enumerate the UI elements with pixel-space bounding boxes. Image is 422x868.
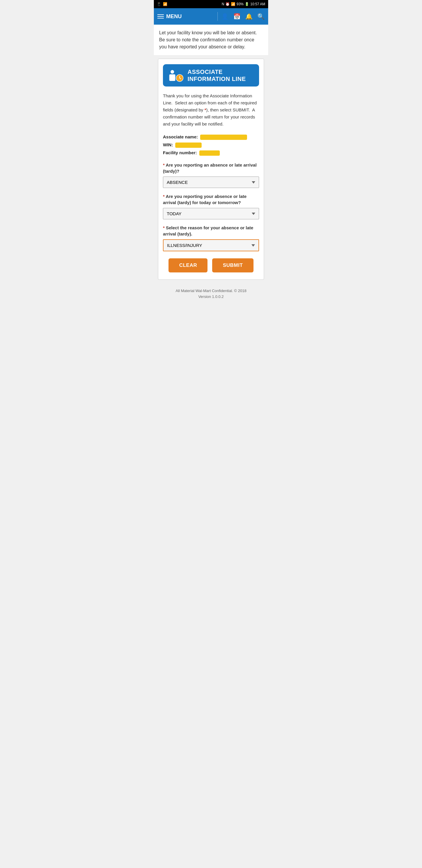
nav-icons: 👤 📅 🔔 🔍 <box>221 13 265 20</box>
associate-info: Associate name: WIN: Facility number: <box>163 133 259 157</box>
alarm-icon: ⏰ <box>225 2 230 6</box>
svg-rect-1 <box>169 74 175 81</box>
intro-text-block: Let your facility know you will be late … <box>154 25 268 55</box>
form-container: ASSOCIATE INFORMATION LINE Thank you for… <box>158 59 264 280</box>
facility-row: Facility number: <box>163 149 259 157</box>
field1-container: * Are you reporting an absence or late a… <box>163 162 259 188</box>
ail-title-line2: INFORMATION LINE <box>188 76 246 82</box>
hamburger-icon <box>157 14 164 19</box>
ail-header: ASSOCIATE INFORMATION LINE <box>163 64 259 87</box>
win-redacted <box>175 143 202 148</box>
footer: All Material Wal-Mart Confidential. © 20… <box>154 283 268 306</box>
field1-label-text: Are you reporting an absence or late arr… <box>163 162 257 174</box>
field2-container: * Are you reporting your absence or late… <box>163 193 259 219</box>
submit-button[interactable]: SUBMIT <box>212 258 253 272</box>
status-bar: 📱 📶 N ⏰ 📶 93% 🔋 10:57 AM <box>154 0 268 8</box>
battery-icon: 🔋 <box>245 2 249 6</box>
ail-title: ASSOCIATE INFORMATION LINE <box>188 68 246 83</box>
user-icon[interactable]: 👤 <box>221 13 229 20</box>
status-bar-right: N ⏰ 📶 93% 🔋 10:57 AM <box>222 2 265 6</box>
field2-label: * Are you reporting your absence or late… <box>163 193 259 206</box>
calendar-icon[interactable]: 📅 <box>233 13 240 20</box>
field2-select[interactable]: TODAY TOMORROW <box>163 208 259 219</box>
associate-name-row: Associate name: <box>163 133 259 141</box>
button-row: CLEAR SUBMIT <box>163 258 259 272</box>
field2-label-text: Are you reporting your absence or late a… <box>163 194 247 205</box>
svg-point-0 <box>170 70 174 73</box>
facility-redacted <box>199 150 220 156</box>
ail-description: Thank you for using the Associate Inform… <box>163 92 259 128</box>
field1-label: * Are you reporting an absence or late a… <box>163 162 259 174</box>
nav-divider <box>218 12 218 21</box>
field3-label: * Select the reason for your absence or … <box>163 225 259 237</box>
associate-name-label: Associate name: <box>163 134 198 139</box>
intro-paragraph: Let your facility know you will be late … <box>159 29 263 51</box>
field3-container: * Select the reason for your absence or … <box>163 225 259 251</box>
search-icon[interactable]: 🔍 <box>257 13 265 20</box>
associate-name-redacted <box>200 134 247 140</box>
menu-label: MENU <box>166 13 182 20</box>
win-row: WIN: <box>163 141 259 149</box>
app-icon: 📱 <box>157 2 161 6</box>
clear-button[interactable]: CLEAR <box>168 258 207 272</box>
menu-button[interactable]: MENU <box>157 13 214 20</box>
field1-select[interactable]: ABSENCE LATE ARRIVAL (TARDY) <box>163 177 259 188</box>
field3-required: * <box>163 225 166 230</box>
field3-select[interactable]: ILLNESS/INJURY PERSONAL BEREAVEMENT OTHE… <box>163 239 259 251</box>
clock-icon <box>176 74 184 82</box>
notification-icon: N <box>222 2 225 6</box>
ail-icon <box>168 69 184 82</box>
person-icon <box>168 70 176 81</box>
field3-label-text: Select the reason for your absence or la… <box>163 225 253 236</box>
status-bar-left: 📱 📶 <box>157 2 167 6</box>
nav-bar: MENU 👤 📅 🔔 🔍 <box>154 8 268 25</box>
footer-line1: All Material Wal-Mart Confidential. © 20… <box>157 288 265 294</box>
facility-label: Facility number: <box>163 150 197 155</box>
required-indicator: * <box>204 107 206 112</box>
battery-text: 93% <box>236 2 244 6</box>
footer-line2: Version 1.0.0.2 <box>157 294 265 300</box>
bell-icon[interactable]: 🔔 <box>245 13 253 20</box>
wifi-icon: 📶 <box>163 2 167 6</box>
time: 10:57 AM <box>250 2 265 6</box>
ail-title-line1: ASSOCIATE <box>188 69 223 75</box>
win-label: WIN: <box>163 142 173 147</box>
signal-icon: 📶 <box>231 2 235 6</box>
